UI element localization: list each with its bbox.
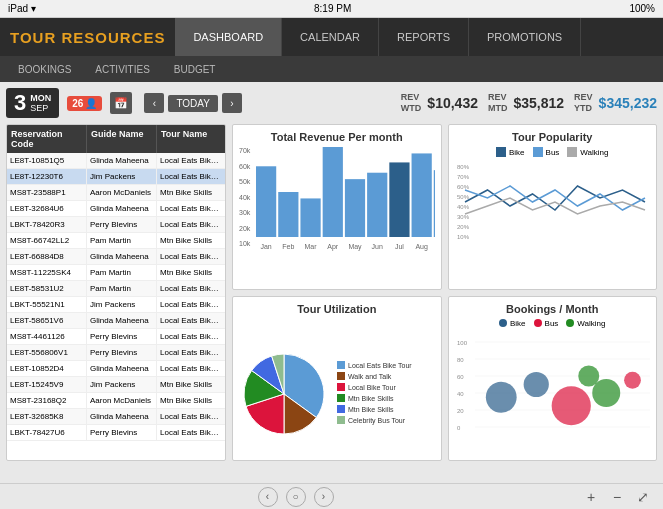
prev-date-button[interactable]: ‹ (144, 93, 164, 113)
td-code: LBKT-78420R3 (7, 217, 87, 232)
svg-point-43 (578, 365, 599, 386)
legend-walking-color (567, 147, 577, 157)
app-header: TOUR RESOURCES DASHBOARD CALENDAR REPORT… (0, 18, 663, 56)
legend-bike-color (496, 147, 506, 157)
pie-legend-label: Local Eats Bike Tour (348, 362, 412, 369)
table-row[interactable]: LE8T-66884D8 Glinda Maheena Local Eats B… (7, 249, 225, 265)
expand-button[interactable]: ⤢ (633, 487, 653, 507)
td-code: LE8T-10851Q5 (7, 153, 87, 168)
svg-text:30%: 30% (457, 214, 470, 220)
page-indicator[interactable]: ○ (286, 487, 306, 507)
table-row[interactable]: LE8T-10852D4 Glinda Maheena Local Eats B… (7, 361, 225, 377)
td-tour: Mtn Bike Skills (157, 393, 225, 408)
table-row[interactable]: LE8T-12230T6 Jim Packens Local Eats Bike… (7, 169, 225, 185)
today-button[interactable]: TODAY (168, 95, 218, 112)
td-tour: Local Eats Bike Tour (157, 249, 225, 264)
next-page-button[interactable]: › (314, 487, 334, 507)
table-row[interactable]: LE8T-58651V6 Glinda Maheena Local Eats B… (7, 313, 225, 329)
line-chart-card: Tour Popularity Bike Bus Walking (448, 124, 658, 290)
pie-color-box (337, 383, 345, 391)
td-tour: Mtn Bike Skills (157, 265, 225, 280)
td-code: LE8T-32685K8 (7, 409, 87, 424)
td-guide: Aaron McDaniels (87, 393, 157, 408)
subnav-bookings[interactable]: BOOKINGS (8, 61, 81, 78)
td-code: LE8T-58531U2 (7, 281, 87, 296)
svg-text:70%: 70% (457, 174, 470, 180)
svg-text:Jun: Jun (372, 243, 383, 250)
svg-text:50%: 50% (457, 194, 470, 200)
bar-chart-card: Total Revenue Per month 70k60k50k40k30k2… (232, 124, 442, 290)
nav-tabs: DASHBOARD CALENDAR REPORTS PROMOTIONS (175, 18, 663, 56)
tab-reports[interactable]: REPORTS (379, 18, 469, 56)
bubble-legend-bus: Bus (534, 319, 559, 328)
td-tour: Local Eats Bike Tour (157, 361, 225, 376)
table-row[interactable]: LBKT-55521N1 Jim Packens Local Eats Bike… (7, 297, 225, 313)
svg-point-42 (523, 371, 548, 396)
table-row[interactable]: LE8T-10851Q5 Glinda Maheena Local Eats B… (7, 153, 225, 169)
content-grid: Reservation Code Guide Name Tour Name LE… (6, 124, 657, 461)
tab-dashboard[interactable]: DASHBOARD (175, 18, 282, 56)
tab-promotions[interactable]: PROMOTIONS (469, 18, 581, 56)
subnav-activities[interactable]: ACTIVITIES (85, 61, 159, 78)
add-button[interactable]: + (581, 487, 601, 507)
td-guide: Aaron McDaniels (87, 185, 157, 200)
svg-text:100: 100 (457, 340, 468, 346)
table-row[interactable]: LE8T-32684U6 Glinda Maheena Local Eats B… (7, 201, 225, 217)
table-row[interactable]: MS8T-23588P1 Aaron McDaniels Mtn Bike Sk… (7, 185, 225, 201)
line-chart-svg: 80%70%60%50%40%30%20%10% (455, 161, 651, 251)
pie-legend-label: Celebrity Bus Tour (348, 417, 405, 424)
tab-calendar[interactable]: CALENDAR (282, 18, 379, 56)
subnav-budget[interactable]: BUDGET (164, 61, 226, 78)
td-tour: Local Eats Bike Tour (157, 409, 225, 424)
td-guide: Glinda Maheena (87, 409, 157, 424)
bubble-bus-dot (534, 319, 542, 327)
svg-text:Apr: Apr (328, 243, 340, 251)
bubble-walking-dot (566, 319, 574, 327)
table-row[interactable]: MS8T-23168Q2 Aaron McDaniels Mtn Bike Sk… (7, 393, 225, 409)
rev-mtd: REVMTD $35,812 (488, 92, 564, 114)
bottom-nav-buttons: ‹ ○ › (258, 487, 334, 507)
brand-title: TOUR RESOURCES (0, 29, 175, 46)
next-date-button[interactable]: › (222, 93, 242, 113)
minus-button[interactable]: − (607, 487, 627, 507)
td-code: MS8T-23588P1 (7, 185, 87, 200)
svg-text:Aug: Aug (416, 243, 429, 251)
table-row[interactable]: MS8T-66742LL2 Pam Martin Mtn Bike Skills (7, 233, 225, 249)
td-guide: Perry Blevins (87, 345, 157, 360)
charts-top: Total Revenue Per month 70k60k50k40k30k2… (232, 124, 657, 290)
td-guide: Perry Blevins (87, 329, 157, 344)
count-value: 26 (72, 98, 83, 109)
prev-page-button[interactable]: ‹ (258, 487, 278, 507)
legend-bus: Bus (533, 147, 560, 157)
td-guide: Jim Packens (87, 169, 157, 184)
table-row[interactable]: MS8T-11225SK4 Pam Martin Mtn Bike Skills (7, 265, 225, 281)
table-row[interactable]: LE8T-15245V9 Jim Packens Mtn Bike Skills (7, 377, 225, 393)
pie-legend-item: Local Eats Bike Tour (337, 361, 412, 369)
pie-chart-svg (239, 349, 329, 439)
td-guide: Glinda Maheena (87, 153, 157, 168)
table-row[interactable]: LE8T-58531U2 Pam Martin Local Eats Bike … (7, 281, 225, 297)
table-row[interactable]: LBKT-78427U6 Perry Blevins Local Eats Bi… (7, 425, 225, 441)
svg-rect-4 (301, 198, 321, 237)
calendar-button[interactable]: 📅 (110, 92, 132, 114)
td-tour: Local Eats Bike Tour (157, 281, 225, 296)
svg-text:40%: 40% (457, 204, 470, 210)
bubble-legend: Bike Bus Walking (455, 319, 651, 328)
td-code: MS8T-4461126 (7, 329, 87, 344)
pie-chart-card: Tour Utilization Local Eats Bike TourWal… (232, 296, 442, 462)
table-row[interactable]: LBKT-78420R3 Perry Blevins Local Eats Bi… (7, 217, 225, 233)
bottom-right-buttons: + − ⤢ (581, 487, 653, 507)
main-content: 3 MON SEP 26 👤 📅 ‹ TODAY › REVWTD $10,43… (0, 82, 663, 483)
table-row[interactable]: LE8T-32685K8 Glinda Maheena Local Eats B… (7, 409, 225, 425)
th-tour: Tour Name (157, 125, 225, 153)
pie-legend-item: Mtn Bike Skills (337, 394, 412, 402)
table-row[interactable]: MS8T-4461126 Perry Blevins Local Eats Bi… (7, 329, 225, 345)
td-code: LE8T-556806V1 (7, 345, 87, 360)
svg-text:20: 20 (457, 408, 464, 414)
rev-wtd-value: $10,432 (427, 95, 478, 111)
bubble-chart-card: Bookings / Month Bike Bus Walking (448, 296, 658, 462)
td-guide: Pam Martin (87, 281, 157, 296)
charts-bottom: Tour Utilization Local Eats Bike TourWal… (232, 296, 657, 462)
table-row[interactable]: LE8T-556806V1 Perry Blevins Local Eats B… (7, 345, 225, 361)
svg-rect-12 (390, 162, 410, 237)
